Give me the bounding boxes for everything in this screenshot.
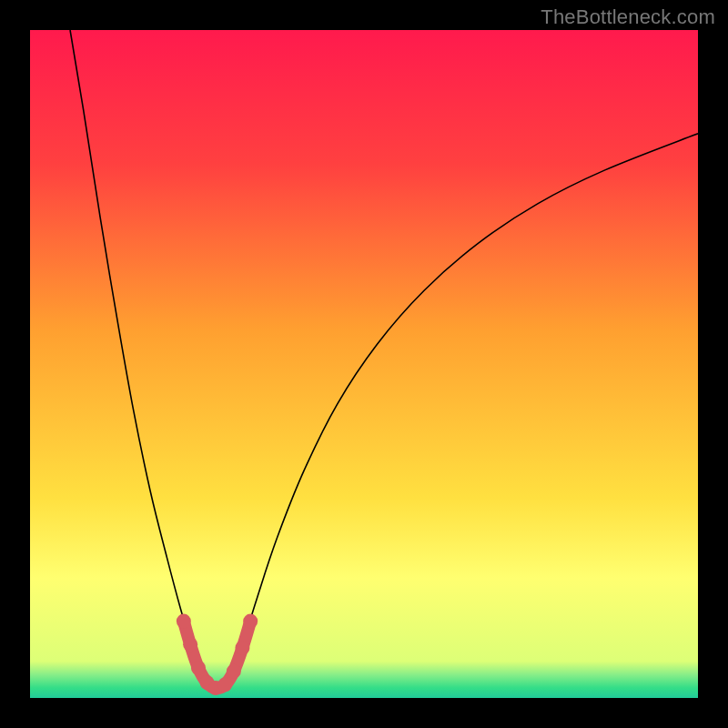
highlight-dot [191,661,206,675]
highlight-dot [217,677,232,692]
highlight-dot [183,637,197,652]
chart-background [30,30,698,698]
highlight-dot [235,641,249,655]
watermark-text: TheBottleneck.com [541,5,715,29]
highlight-dot [243,614,258,629]
chart-svg [30,30,698,698]
bottleneck-chart [30,30,698,698]
highlight-dot [177,614,191,629]
highlight-dot [227,664,241,679]
